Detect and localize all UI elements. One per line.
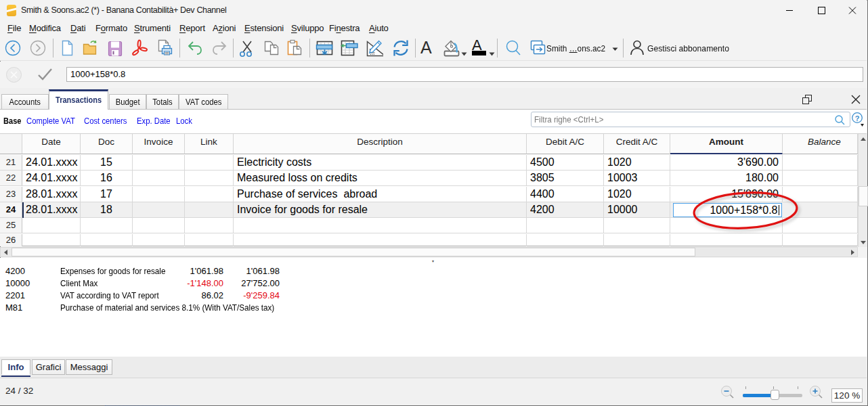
svg-text:?: ? — [855, 114, 860, 122]
